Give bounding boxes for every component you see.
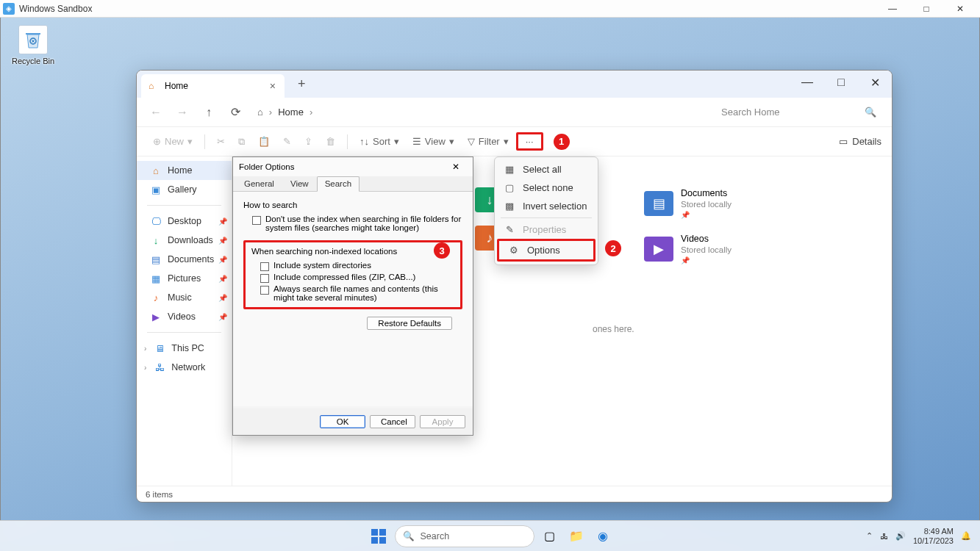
callout-2: 2 bbox=[605, 240, 621, 256]
tab-label: Home bbox=[165, 81, 188, 91]
select-none-icon: ▢ bbox=[504, 182, 515, 193]
gear-icon: ⚙ bbox=[508, 245, 520, 256]
group-how-to-search: How to search bbox=[243, 201, 462, 209]
new-tab-button[interactable]: + bbox=[290, 73, 313, 95]
network-icon[interactable]: 🖧 bbox=[880, 532, 888, 541]
tab-close-button[interactable]: × bbox=[268, 80, 277, 92]
ok-button[interactable]: OK bbox=[320, 415, 365, 428]
nav-refresh-button[interactable]: ⟳ bbox=[223, 101, 247, 124]
sandbox-title: Windows Sandbox bbox=[19, 4, 92, 14]
status-bar: 6 items bbox=[137, 486, 892, 502]
search-icon: 🔍 bbox=[865, 107, 876, 118]
sidebar-item-videos[interactable]: ▶Videos📌 bbox=[137, 307, 232, 326]
callout-1: 1 bbox=[554, 134, 570, 150]
sandbox-icon: ◈ bbox=[3, 3, 15, 15]
nav-up-button[interactable]: ↑ bbox=[197, 101, 221, 124]
properties-icon: ✎ bbox=[504, 224, 515, 235]
search-input[interactable]: Search Home 🔍 bbox=[713, 101, 884, 123]
checkbox-dont-use-index[interactable]: Don't use the index when searching in fi… bbox=[243, 214, 462, 233]
menu-invert-selection[interactable]: ▩Invert selection bbox=[495, 197, 598, 215]
breadcrumb-label[interactable]: Home bbox=[278, 107, 304, 118]
sandbox-titlebar: ◈ Windows Sandbox — □ ✕ bbox=[0, 0, 980, 18]
restore-defaults-button[interactable]: Restore Defaults bbox=[367, 317, 452, 330]
chevron-right-icon: › bbox=[310, 107, 312, 118]
share-button[interactable]: ⇪ bbox=[298, 133, 318, 150]
sidebar-item-home[interactable]: ⌂Home bbox=[137, 161, 232, 180]
more-button[interactable]: ··· bbox=[516, 132, 543, 151]
sidebar: ⌂Home ▣Gallery 🖵Desktop📌 ↓Downloads📌 ▤Do… bbox=[137, 156, 232, 486]
folder-documents[interactable]: ▤ DocumentsStored locally📌 bbox=[644, 187, 732, 220]
chevron-right-icon: › bbox=[269, 107, 272, 118]
sidebar-item-pictures[interactable]: ▦Pictures📌 bbox=[137, 269, 232, 288]
menu-select-all[interactable]: ▦Select all bbox=[495, 160, 598, 179]
sidebar-item-thispc[interactable]: ›🖥This PC bbox=[137, 339, 232, 358]
notifications-icon[interactable]: 🔔 bbox=[961, 531, 971, 541]
menu-options[interactable]: ⚙Options bbox=[499, 241, 593, 259]
search-icon: 🔍 bbox=[403, 530, 415, 541]
folder-options-dialog: Folder Options ✕ General View Search How… bbox=[232, 156, 473, 436]
clock[interactable]: 8:49 AM 10/17/2023 bbox=[913, 527, 954, 545]
paste-button[interactable]: 📋 bbox=[252, 133, 276, 150]
window-maximize-button[interactable]: □ bbox=[824, 71, 858, 94]
tray-chevron-icon[interactable]: ⌃ bbox=[866, 531, 873, 541]
start-button[interactable] bbox=[367, 525, 390, 548]
more-menu: ▦Select all ▢Select none ▩Invert selecti… bbox=[494, 156, 598, 265]
copy-button[interactable]: ⧉ bbox=[232, 133, 251, 151]
volume-icon[interactable]: 🔊 bbox=[895, 531, 906, 541]
view-button[interactable]: ☰View▾ bbox=[407, 133, 460, 150]
details-button[interactable]: ▭Details bbox=[839, 136, 881, 147]
empty-hint: ones here. bbox=[593, 324, 634, 334]
taskbar: 🔍Search ▢ 📁 ◉ ⌃ 🖧 🔊 8:49 AM 10/17/2023 🔔 bbox=[0, 520, 980, 551]
dialog-close-button[interactable]: ✕ bbox=[445, 162, 467, 172]
sort-button[interactable]: ↑↓Sort▾ bbox=[354, 133, 405, 150]
home-icon: ⌂ bbox=[149, 81, 159, 91]
sidebar-item-desktop[interactable]: 🖵Desktop📌 bbox=[137, 212, 232, 231]
checkbox-always-search[interactable]: Always search file names and contents (t… bbox=[251, 284, 454, 303]
maximize-button[interactable]: □ bbox=[909, 0, 943, 18]
tab-search[interactable]: Search bbox=[317, 176, 360, 192]
checkbox-system-dirs[interactable]: Include system directories bbox=[251, 260, 454, 272]
taskview-button[interactable]: ▢ bbox=[539, 525, 561, 547]
sidebar-item-network[interactable]: ›🖧Network bbox=[137, 358, 232, 377]
group-non-indexed: When searching non-indexed locations bbox=[251, 247, 454, 256]
rename-button[interactable]: ✎ bbox=[277, 133, 297, 150]
cut-button[interactable]: ✂ bbox=[211, 133, 231, 150]
filter-button[interactable]: ▽Filter▾ bbox=[462, 133, 515, 150]
search-placeholder: Search Home bbox=[721, 107, 779, 118]
folder-videos[interactable]: ▶ VideosStored locally📌 bbox=[644, 233, 732, 265]
apply-button[interactable]: Apply bbox=[420, 415, 465, 428]
tab-general[interactable]: General bbox=[236, 176, 282, 191]
dialog-title: Folder Options bbox=[239, 162, 294, 171]
highlight-box-3: 3 When searching non-indexed locations I… bbox=[243, 240, 462, 309]
window-close-button[interactable]: ✕ bbox=[858, 71, 892, 94]
taskbar-search[interactable]: 🔍Search bbox=[395, 525, 534, 547]
sidebar-item-documents[interactable]: ▤Documents📌 bbox=[137, 250, 232, 269]
menu-properties: ✎Properties bbox=[495, 220, 598, 239]
videos-icon: ▶ bbox=[644, 237, 673, 262]
sidebar-item-gallery[interactable]: ▣Gallery bbox=[137, 180, 232, 199]
delete-button[interactable]: 🗑 bbox=[320, 133, 341, 150]
callout-3: 3 bbox=[434, 242, 450, 259]
tab-home[interactable]: ⌂ Home × bbox=[141, 74, 285, 98]
checkbox-icon bbox=[252, 216, 261, 225]
sidebar-item-downloads[interactable]: ↓Downloads📌 bbox=[137, 231, 232, 250]
nav-forward-button[interactable]: → bbox=[171, 101, 194, 124]
breadcrumb-home-icon[interactable]: ⌂ bbox=[257, 107, 263, 118]
sidebar-item-music[interactable]: ♪Music📌 bbox=[137, 288, 232, 307]
tab-view[interactable]: View bbox=[282, 176, 317, 191]
documents-icon: ▤ bbox=[644, 191, 673, 216]
window-minimize-button[interactable]: — bbox=[790, 71, 824, 94]
invert-icon: ▩ bbox=[504, 201, 515, 212]
explorer-taskbar-icon[interactable]: 📁 bbox=[565, 525, 587, 547]
edge-taskbar-icon[interactable]: ◉ bbox=[592, 525, 614, 547]
new-button[interactable]: ⊕New▾ bbox=[147, 133, 198, 150]
close-button[interactable]: ✕ bbox=[943, 0, 977, 18]
select-all-icon: ▦ bbox=[504, 164, 515, 175]
recycle-bin-label: Recycle Bin bbox=[7, 57, 59, 65]
checkbox-compressed[interactable]: Include compressed files (ZIP, CAB...) bbox=[251, 272, 454, 284]
cancel-button[interactable]: Cancel bbox=[370, 415, 415, 428]
minimize-button[interactable]: — bbox=[876, 0, 909, 18]
recycle-bin-icon[interactable]: Recycle Bin bbox=[7, 25, 59, 65]
nav-back-button[interactable]: ← bbox=[144, 101, 168, 124]
menu-select-none[interactable]: ▢Select none bbox=[495, 179, 598, 197]
